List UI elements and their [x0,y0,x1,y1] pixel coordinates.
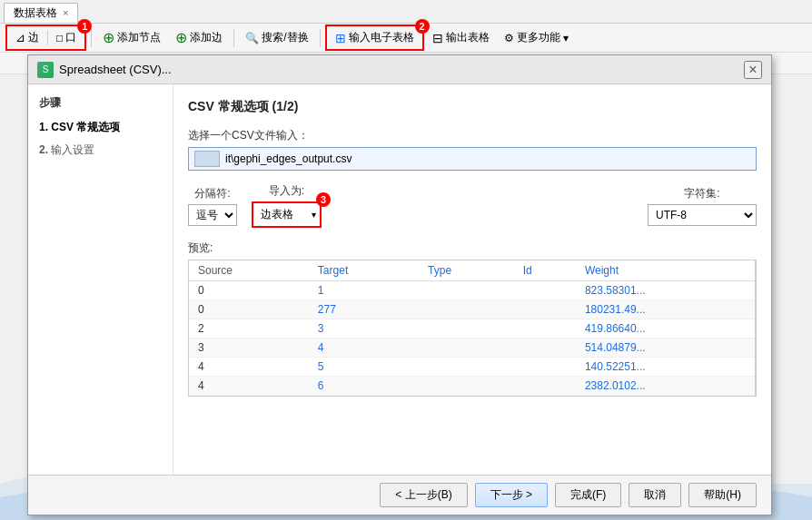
dialog-titlebar: S Spreadsheet (CSV)... × [28,55,771,74]
tab-data-table[interactable]: 数据表格 × [4,3,78,23]
search-icon: 🔍 [245,32,259,44]
node-icon: □ [56,32,63,44]
separator-1 [91,29,92,47]
dialog-close-button[interactable]: × [744,61,762,75]
btn-import[interactable]: ⊞ 输入电子表格 [329,27,421,48]
btn-add-edge[interactable]: ⊕ 添加边 [169,26,229,49]
csv-dialog: S Spreadsheet (CSV)... × 步骤 1. CSV 常规选项 … [27,54,772,74]
separator-2 [233,29,234,47]
import-icon: ⊞ [335,31,346,45]
btn-more[interactable]: ⚙ 更多功能 ▾ [498,27,575,48]
tab-close-icon[interactable]: × [63,7,68,18]
btn-edge[interactable]: ⊿ 边 [9,27,45,48]
badge-2: 2 [415,19,430,34]
dialog-app-icon: S [37,62,54,75]
btn-add-node[interactable]: ⊕ 添加节点 [96,26,167,49]
add-node-icon: ⊕ [103,29,114,46]
add-edge-icon: ⊕ [175,29,187,46]
tab-bar: 数据表格 × [0,0,812,24]
dialog-title-text: S Spreadsheet (CSV)... [37,62,172,75]
more-icon: ⚙ [504,32,514,44]
edge-icon: ⊿ [15,31,25,44]
toolbar: ⊿ 边 □ 口 1 ⊕ 添加节点 ⊕ 添加边 🔍 搜索/替换 ⊞ 输入电子表格 … [0,24,812,53]
btn-search[interactable]: 🔍 搜索/替换 [239,27,314,48]
btn-export[interactable]: ⊟ 输出表格 [426,27,496,48]
more-dropdown-icon: ▾ [563,32,569,44]
export-icon: ⊟ [432,31,443,45]
badge-1: 1 [77,19,92,34]
tab-label: 数据表格 [14,5,57,21]
separator-3 [320,29,321,47]
